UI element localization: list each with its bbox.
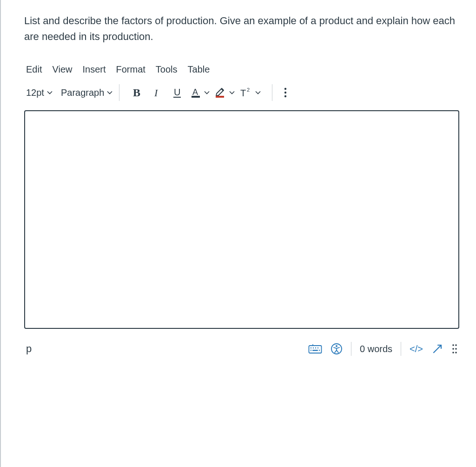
font-size-selector[interactable]: 12pt xyxy=(26,87,53,98)
toolbar-divider xyxy=(272,84,272,101)
toolbar-divider xyxy=(119,84,119,101)
chevron-down-icon xyxy=(204,91,210,94)
svg-rect-12 xyxy=(309,346,322,353)
chevron-down-icon xyxy=(107,91,112,94)
italic-button[interactable]: I xyxy=(146,83,167,102)
menu-table[interactable]: Table xyxy=(188,64,210,75)
accessibility-icon xyxy=(331,343,343,355)
text-color-button[interactable]: A xyxy=(190,87,210,99)
status-divider xyxy=(351,342,351,356)
keyboard-shortcuts-button[interactable] xyxy=(308,344,322,354)
superscript-icon: T 2 xyxy=(239,87,252,98)
chevron-down-icon xyxy=(255,91,261,94)
svg-point-23 xyxy=(455,344,457,346)
svg-point-10 xyxy=(284,92,286,93)
svg-text:T: T xyxy=(240,88,246,98)
highlight-color-button[interactable] xyxy=(214,87,235,99)
svg-point-27 xyxy=(455,352,457,354)
kebab-icon xyxy=(284,87,287,98)
menu-view[interactable]: View xyxy=(52,64,72,75)
bold-button[interactable]: B xyxy=(126,83,146,102)
editor-textarea-container xyxy=(24,110,459,329)
svg-point-21 xyxy=(336,345,337,347)
underline-button[interactable]: U xyxy=(167,83,187,102)
svg-point-26 xyxy=(452,352,454,354)
element-path[interactable]: p xyxy=(26,343,308,355)
html-view-button[interactable]: </> xyxy=(410,344,423,354)
keyboard-icon xyxy=(308,344,322,354)
svg-text:A: A xyxy=(192,87,198,97)
menu-edit[interactable]: Edit xyxy=(26,64,42,75)
svg-point-13 xyxy=(311,347,311,348)
svg-text:U: U xyxy=(174,87,180,97)
block-style-value: Paragraph xyxy=(61,87,104,98)
svg-text:I: I xyxy=(154,87,159,98)
drag-handle-icon xyxy=(452,343,457,354)
svg-point-22 xyxy=(452,344,454,346)
svg-point-11 xyxy=(284,95,286,97)
svg-text:2: 2 xyxy=(247,87,250,93)
menu-tools[interactable]: Tools xyxy=(156,64,178,75)
svg-point-24 xyxy=(452,348,454,350)
svg-point-16 xyxy=(317,347,318,348)
chevron-down-icon xyxy=(47,91,53,94)
svg-text:B: B xyxy=(133,87,140,98)
status-divider xyxy=(401,342,401,356)
expand-icon xyxy=(431,343,443,355)
chevron-down-icon xyxy=(229,91,235,94)
resize-handle[interactable] xyxy=(452,343,457,354)
more-options-button[interactable] xyxy=(279,87,292,98)
svg-point-17 xyxy=(311,350,311,351)
highlight-icon xyxy=(214,87,226,99)
question-prompt: List and describe the factors of product… xyxy=(24,13,459,45)
superscript-button[interactable]: T 2 xyxy=(239,87,261,98)
fullscreen-button[interactable] xyxy=(431,343,443,355)
accessibility-checker-button[interactable] xyxy=(331,343,343,355)
editor-toolbar: 12pt Paragraph B I xyxy=(24,83,459,102)
menu-insert[interactable]: Insert xyxy=(82,64,106,75)
rich-text-editor: Edit View Insert Format Tools Table 12pt… xyxy=(24,64,459,356)
svg-point-9 xyxy=(284,88,286,90)
text-color-icon: A xyxy=(190,87,201,99)
svg-rect-18 xyxy=(312,350,318,351)
menu-format[interactable]: Format xyxy=(116,64,145,75)
editor-statusbar: p xyxy=(24,342,459,356)
svg-point-25 xyxy=(455,348,457,350)
svg-rect-6 xyxy=(216,96,224,98)
svg-point-14 xyxy=(313,347,314,348)
svg-rect-5 xyxy=(192,96,200,98)
font-size-value: 12pt xyxy=(26,87,44,98)
block-style-selector[interactable]: Paragraph xyxy=(61,87,112,98)
editor-menubar: Edit View Insert Format Tools Table xyxy=(24,64,459,75)
svg-point-19 xyxy=(319,350,320,351)
svg-point-15 xyxy=(315,347,316,348)
editor-textarea[interactable] xyxy=(25,111,458,328)
word-count: 0 words xyxy=(360,344,392,354)
